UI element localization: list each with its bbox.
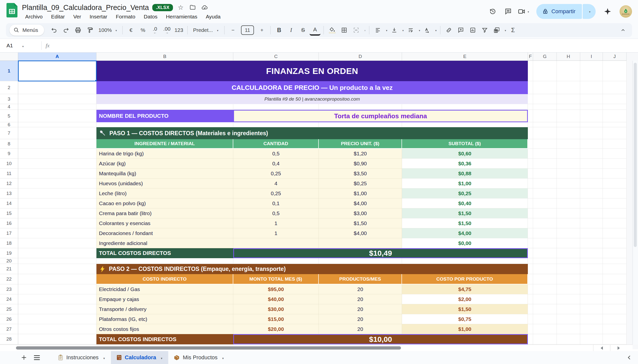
cell-G5[interactable] <box>533 110 557 122</box>
cell-H2[interactable] <box>557 81 580 94</box>
cell-G21[interactable] <box>533 264 557 274</box>
row-header-25[interactable]: 25 <box>0 304 18 314</box>
cell-C23[interactable]: $95,00 <box>233 284 319 294</box>
meet-caret-icon[interactable] <box>526 9 530 14</box>
cell-I10[interactable] <box>580 158 603 168</box>
menu-editar[interactable]: Editar <box>48 13 68 20</box>
horizontal-scrollbar[interactable] <box>0 344 632 351</box>
row-header-26[interactable]: 26 <box>0 314 18 324</box>
comments-icon[interactable] <box>502 6 514 18</box>
column-header-C[interactable]: C <box>233 52 319 61</box>
cell-I17[interactable] <box>580 228 603 238</box>
cell-A19[interactable] <box>18 248 96 258</box>
cell-H12[interactable] <box>557 178 580 188</box>
row-header-23[interactable]: 23 <box>0 284 18 294</box>
cell-E12[interactable]: $1,00 <box>402 178 528 188</box>
column-header-E[interactable]: E <box>402 52 528 61</box>
cell-D18[interactable] <box>319 238 402 248</box>
sheets-logo-icon[interactable] <box>7 3 18 18</box>
cell-B23[interactable]: Electricidad / Gas <box>96 284 233 294</box>
cell-G26[interactable] <box>533 314 557 324</box>
cell-D9[interactable]: $1,20 <box>319 149 402 158</box>
cell-F3[interactable] <box>528 94 533 104</box>
cell-H24[interactable] <box>557 294 580 304</box>
cell-J24[interactable] <box>603 294 626 304</box>
cell-E10[interactable]: $0,36 <box>402 158 528 168</box>
cell-J5[interactable] <box>603 110 626 122</box>
all-sheets-menu-icon[interactable] <box>31 351 43 364</box>
strikethrough-icon[interactable]: S <box>297 25 308 36</box>
cell-E8[interactable]: SUBTOTAL ($) <box>402 139 528 149</box>
cell-D26[interactable]: 20 <box>319 314 402 324</box>
filter-icon[interactable] <box>479 25 490 36</box>
cell-B18[interactable]: Ingrediente adicional <box>96 238 233 248</box>
cell-I26[interactable] <box>580 314 603 324</box>
cell-I11[interactable] <box>580 168 603 178</box>
cell-A8[interactable] <box>18 139 96 149</box>
tab-menu-caret-icon[interactable] <box>102 354 105 361</box>
vertical-scrollbar-thumb[interactable] <box>634 63 637 247</box>
cell-H14[interactable] <box>557 198 580 208</box>
cell-I20[interactable] <box>580 258 603 264</box>
row-header-6[interactable]: 6 <box>0 122 18 127</box>
cell-I19[interactable] <box>580 248 603 258</box>
cell-F22[interactable] <box>528 274 533 284</box>
cell-E4[interactable] <box>402 104 528 110</box>
document-title[interactable]: Plantilla_09_Calculadora_Precio_Venta <box>22 4 149 12</box>
horizontal-align-icon[interactable] <box>372 25 383 36</box>
row-header-21[interactable]: 21 <box>0 264 18 274</box>
cell-B28[interactable]: TOTAL COSTOS INDIRECTOS <box>96 334 233 344</box>
cell-F20[interactable] <box>528 258 533 264</box>
cell-H20[interactable] <box>557 258 580 264</box>
cell-D20[interactable] <box>319 258 402 264</box>
row-header-4[interactable]: 4 <box>0 104 18 110</box>
cell-J14[interactable] <box>603 198 626 208</box>
cell-F13[interactable] <box>528 188 533 198</box>
sheet-views-icon[interactable] <box>491 25 502 36</box>
meet-call-control[interactable] <box>518 8 530 16</box>
row-header-17[interactable]: 17 <box>0 228 18 238</box>
cell-A22[interactable] <box>18 274 96 284</box>
cell-A28[interactable] <box>18 334 96 344</box>
row-header-3[interactable]: 3 <box>0 94 18 104</box>
cell-E18[interactable]: $0,00 <box>402 238 528 248</box>
cell-A24[interactable] <box>18 294 96 304</box>
cell-H4[interactable] <box>557 104 580 110</box>
cell-F1[interactable] <box>528 61 533 81</box>
cell-F8[interactable] <box>528 139 533 149</box>
cell-B14[interactable]: Cacao en polvo (kg) <box>96 198 233 208</box>
cell-H16[interactable] <box>557 218 580 228</box>
cell-G10[interactable] <box>533 158 557 168</box>
cell-F2[interactable] <box>528 81 533 94</box>
cell-A11[interactable] <box>18 168 96 178</box>
cell-C27[interactable]: $20,00 <box>233 324 319 334</box>
tab-menu-caret-icon[interactable] <box>159 354 163 361</box>
cell-J4[interactable] <box>603 104 626 110</box>
more-formats-icon[interactable]: 123 <box>173 25 184 36</box>
cell-D17[interactable]: $4,00 <box>319 228 402 238</box>
cell-I23[interactable] <box>580 284 603 294</box>
cell-B24[interactable]: Empaque y cajas <box>96 294 233 304</box>
text-color-icon[interactable]: A <box>309 25 321 36</box>
cell-J10[interactable] <box>603 158 626 168</box>
font-size-input[interactable]: 11 <box>241 26 254 35</box>
row-header-11[interactable]: 11 <box>0 168 18 178</box>
star-icon[interactable]: ☆ <box>176 3 185 12</box>
cell-H7[interactable] <box>557 127 580 139</box>
cell-E15[interactable]: $1,50 <box>402 208 528 218</box>
sheet-views-caret-icon[interactable] <box>503 28 507 32</box>
cell-E22[interactable]: COSTO POR PRODUCTO <box>402 274 528 284</box>
column-header-I[interactable]: I <box>580 52 603 61</box>
cell-C17[interactable]: 1 <box>233 228 319 238</box>
format-percent-icon[interactable]: % <box>138 25 149 36</box>
cell-D13[interactable]: $1,00 <box>319 188 402 198</box>
cell-F7[interactable] <box>528 127 533 139</box>
cell-D8[interactable]: PRECIO UNIT. ($) <box>319 139 402 149</box>
cell-H3[interactable] <box>557 94 580 104</box>
cell-J9[interactable] <box>603 149 626 158</box>
cell-C8[interactable]: CANTIDAD <box>233 139 319 149</box>
cell-A12[interactable] <box>18 178 96 188</box>
cell-G12[interactable] <box>533 178 557 188</box>
column-header-D[interactable]: D <box>319 52 402 61</box>
cell-H22[interactable] <box>557 274 580 284</box>
